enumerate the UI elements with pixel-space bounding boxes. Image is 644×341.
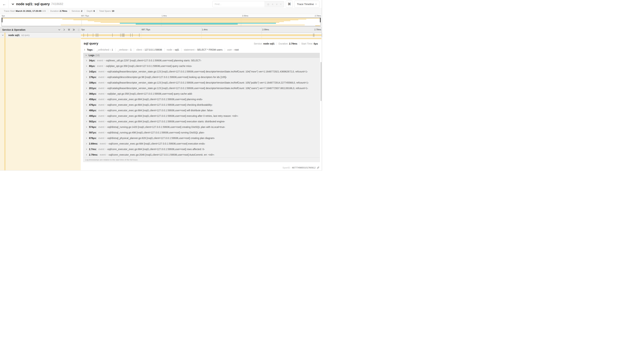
- log-row[interactable]: 34μs event = ‹sql/exec_util.go:2297 [nsq…: [84, 58, 320, 63]
- logs-block: Logs (18) 34μs event = ‹sql/exec_util.go…: [83, 53, 320, 162]
- log-timestamp: 574μs: [89, 126, 96, 128]
- log-row[interactable]: 80μs event = ‹sql/plan_opt.go:358 [nsql1…: [84, 63, 320, 69]
- log-field-key: event: [98, 92, 104, 95]
- collapse-one-icon[interactable]: [58, 29, 60, 31]
- collapse-trace-icon[interactable]: [12, 3, 14, 6]
- log-timestamp: 486μs: [89, 109, 96, 112]
- tags-label: Tags:: [87, 48, 93, 51]
- keyboard-shortcuts-button[interactable]: ⌘: [286, 1, 293, 8]
- log-tick: [98, 34, 98, 37]
- log-row[interactable]: 366μs event = ‹sql/plan_opt.go:358 [nsql…: [84, 91, 320, 97]
- expand-one-icon[interactable]: [63, 29, 66, 31]
- minimap-axis: 0μs 697.75μs 1.4ms 2.09ms 2.79ms: [0, 14, 322, 18]
- log-row[interactable]: 495μs event = ‹sql/conn_executor_exec.go…: [84, 113, 320, 119]
- minimap-span: [61, 25, 305, 25]
- log-row[interactable]: 502μs event = ‹sql/conn_executor_exec.go…: [84, 119, 320, 124]
- chevron-right-icon: [84, 49, 86, 51]
- log-field-value: ‹sql/distsql_running.go:1420 [nsql1,clie…: [107, 126, 225, 128]
- log-field-value: ‹sql/catalog/lease/descriptor_version_st…: [107, 81, 309, 84]
- chevron-right-icon: [86, 148, 88, 150]
- column-resizer-handle[interactable]: [78, 29, 79, 31]
- summary-duration: Duration 2.79ms: [48, 10, 69, 12]
- log-tick: [93, 34, 93, 37]
- chevron-right-icon: [86, 65, 88, 67]
- log-field-value: ‹sql/plan_opt.go:358 [nsql1,client=127.0…: [107, 92, 192, 95]
- back-button[interactable]: ←: [0, 0, 9, 8]
- log-timestamp: 2.79ms: [89, 153, 98, 156]
- log-row[interactable]: 2.69ms event = ‹sql/conn_executor_exec.g…: [84, 141, 320, 146]
- span-detail-area: sql query Service:node sql1 Duration:2.7…: [0, 40, 322, 171]
- log-row[interactable]: 2.7ms event = ‹sql/conn_executor_exec.go…: [84, 146, 320, 152]
- log-field-value: ‹sql/conn_executor_exec.go:2046 [nsql1,c…: [108, 153, 214, 156]
- span-row-label[interactable]: node sql1 sql query: [0, 33, 81, 38]
- log-timestamp: 2.69ms: [89, 142, 98, 145]
- expand-all-icon[interactable]: [72, 29, 75, 31]
- log-row[interactable]: 486μs event = ‹sql/conn_executor_exec.go…: [84, 108, 320, 113]
- log-row[interactable]: 189μs event = ‹sql/catalog/lease/descrip…: [84, 80, 320, 85]
- log-field-value: ‹sql/conn_executor_exec.go:684 [nsql1,cl…: [107, 148, 205, 151]
- log-timestamp: 495μs: [89, 115, 96, 117]
- log-equals: =: [105, 115, 106, 117]
- log-row[interactable]: 142μs event = ‹sql/catalog/lease/descrip…: [84, 69, 320, 74]
- locate-icon[interactable]: ◎: [267, 3, 269, 5]
- log-timestamp: 189μs: [89, 81, 96, 84]
- chevron-right-icon: [86, 143, 88, 145]
- minimap-left-handle[interactable]: [2, 18, 2, 22]
- minimap-span: [74, 20, 298, 20]
- chevron-right-icon: [86, 126, 88, 128]
- log-field-key: event: [98, 103, 104, 106]
- tag-node: node=sql1: [164, 48, 182, 51]
- log-equals: =: [105, 120, 106, 123]
- copy-link-icon[interactable]: [317, 166, 320, 169]
- minimap-right-handle[interactable]: [320, 18, 320, 22]
- log-field-value: ‹sql/conn_executor_exec.go:684 [nsql1,cl…: [107, 103, 212, 106]
- next-match-icon[interactable]: ∨: [276, 3, 278, 5]
- log-field-value: ‹sql/catalog/lease/descriptor_version_st…: [107, 70, 308, 73]
- log-row[interactable]: 459μs event = ‹sql/conn_executor_exec.go…: [84, 97, 320, 102]
- log-equals: =: [105, 137, 106, 139]
- log-tick: [314, 34, 314, 37]
- log-equals: =: [105, 126, 106, 128]
- collapse-all-icon[interactable]: [68, 29, 70, 31]
- log-timestamp: 459μs: [89, 98, 96, 101]
- log-row[interactable]: 176μs event = ‹sql/catalog/descs/descrip…: [84, 74, 320, 80]
- log-field-key: event: [98, 120, 104, 123]
- find-input[interactable]: [212, 1, 264, 7]
- span-row[interactable]: node sql1 sql query: [0, 33, 322, 38]
- span-collapse-icon[interactable]: [2, 34, 4, 36]
- log-field-key: event: [98, 148, 104, 151]
- log-field-key: event: [98, 87, 104, 90]
- tags-accordion[interactable]: Tags: _unfinished=1 _verbose=1 client=12…: [83, 47, 320, 53]
- log-equals: =: [105, 82, 106, 84]
- minimap-span: [315, 25, 320, 26]
- detail-header: sql query Service:node sql1 Duration:2.7…: [83, 41, 320, 47]
- summary-depth: Depth 6: [84, 10, 97, 12]
- span-operation-name: sql query: [21, 34, 30, 36]
- log-field-value: ‹sql/conn_executor_exec.go:684 [nsql1,cl…: [108, 142, 205, 145]
- span-bar-cell[interactable]: [81, 33, 322, 38]
- tag-client: client=127.0.0.1:59936: [134, 48, 164, 51]
- span-duration-bar[interactable]: [81, 34, 322, 36]
- detail-span-bar[interactable]: [81, 38, 322, 39]
- log-row[interactable]: 201μs event = ‹sql/catalog/lease/descrip…: [84, 85, 320, 91]
- log-row[interactable]: 2.79ms event = ‹sql/conn_executor_exec.g…: [84, 152, 320, 158]
- detail-start-time: Start Time:0μs: [299, 42, 320, 45]
- vertical-scrollbar-thumb[interactable]: [320, 62, 322, 101]
- trace-view: ← node sql1: sql query 7418682 ◎ ∧ ∨ × ⌘…: [0, 0, 322, 171]
- log-field-value: ‹sql/catalog/lease/descriptor_version_st…: [107, 87, 308, 90]
- prev-match-icon[interactable]: ∧: [272, 3, 274, 5]
- span-detail-panel: sql query Service:node sql1 Duration:2.7…: [81, 40, 322, 170]
- log-row[interactable]: 678μs event = ‹sql/distsql_physical_plan…: [84, 135, 320, 141]
- log-row[interactable]: 597μs event = ‹sql/distsql_running.go:49…: [84, 130, 320, 135]
- clear-search-icon[interactable]: ×: [280, 3, 282, 5]
- logs-accordion-header[interactable]: Logs (18): [84, 53, 320, 58]
- minimap-canvas[interactable]: [2, 18, 321, 26]
- spanid-value: 4877749850101760812: [292, 166, 316, 169]
- log-row[interactable]: 476μs event = ‹sql/conn_executor_exec.go…: [84, 102, 320, 108]
- tag-unfinished: _unfinished=1: [94, 48, 115, 51]
- log-field-key: event: [98, 137, 104, 140]
- log-equals: =: [105, 109, 106, 112]
- view-selector-dropdown[interactable]: Trace Timeline: [294, 1, 320, 8]
- log-row[interactable]: 574μs event = ‹sql/distsql_running.go:14…: [84, 124, 320, 130]
- logs-list: 34μs event = ‹sql/exec_util.go:2297 [nsq…: [84, 58, 320, 158]
